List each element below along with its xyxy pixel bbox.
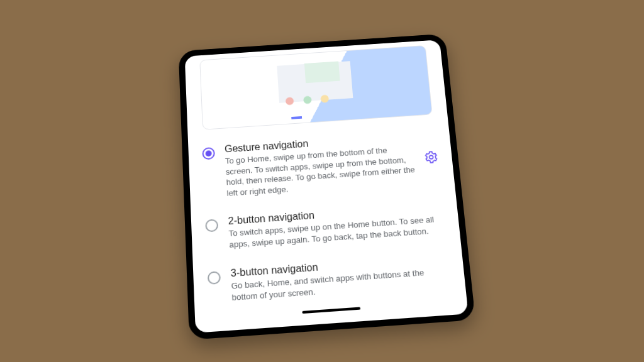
radio-2-button-navigation[interactable] — [205, 219, 218, 232]
gesture-illustration — [199, 45, 432, 130]
phone-frame: Gesture navigation To go Home, swipe up … — [179, 33, 475, 340]
radio-3-button-navigation[interactable] — [208, 271, 221, 285]
svg-point-0 — [429, 155, 433, 159]
radio-gesture-navigation[interactable] — [202, 147, 215, 160]
home-indicator — [302, 307, 360, 314]
gear-icon[interactable] — [424, 150, 440, 165]
